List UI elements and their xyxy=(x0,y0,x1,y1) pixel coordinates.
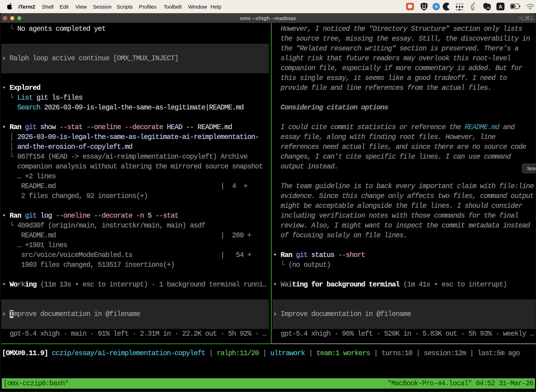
svg-text:..61: ..61 xyxy=(486,6,490,9)
